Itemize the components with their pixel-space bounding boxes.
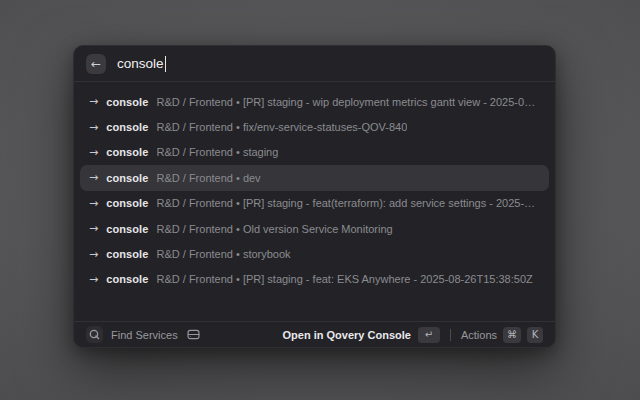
result-description: R&D / Frontend • [PR] staging - feat: EK… <box>157 273 533 285</box>
result-row[interactable]: → console R&D / Frontend • [PR] staging … <box>80 89 549 114</box>
result-name: console <box>106 248 148 260</box>
k-key-icon: K <box>527 327 543 343</box>
back-button[interactable]: ← <box>86 54 106 74</box>
open-in-console-button[interactable]: Open in Qovery Console ↵ <box>283 327 440 343</box>
footer-divider <box>450 329 451 341</box>
arrow-right-icon: → <box>89 249 98 260</box>
result-name: console <box>106 121 148 133</box>
result-name: console <box>106 146 148 158</box>
arrow-right-icon: → <box>89 122 98 133</box>
result-description: R&D / Frontend • fix/env-service-statuse… <box>157 121 408 133</box>
find-services-label: Find Services <box>111 329 178 341</box>
actions-button[interactable]: Actions ⌘ K <box>461 327 543 343</box>
arrow-right-icon: → <box>89 198 98 209</box>
search-query: console <box>117 56 164 71</box>
footer-bar: Find Services Open in Qovery Console ↵ A… <box>74 321 555 347</box>
result-name: console <box>106 172 148 184</box>
result-name: console <box>106 96 148 108</box>
arrow-right-icon: → <box>89 147 98 158</box>
result-row[interactable]: → console R&D / Frontend • dev <box>80 165 549 190</box>
result-name: console <box>106 223 148 235</box>
search-bar: ← console <box>74 46 555 82</box>
open-in-console-label: Open in Qovery Console <box>283 329 411 341</box>
result-row[interactable]: → console R&D / Frontend • [PR] staging … <box>80 191 549 216</box>
result-description: R&D / Frontend • [PR] staging - feat(ter… <box>157 197 541 209</box>
arrow-left-icon: ← <box>91 58 101 70</box>
command-key-icon: ⌘ <box>503 327 521 343</box>
command-palette-dialog: ← console → console R&D / Frontend • [PR… <box>73 45 556 348</box>
result-name: console <box>106 197 148 209</box>
arrow-right-icon: → <box>89 96 98 107</box>
actions-label: Actions <box>461 329 497 341</box>
result-row[interactable]: → console R&D / Frontend • [PR] staging … <box>80 267 549 292</box>
result-description: R&D / Frontend • storybook <box>157 248 291 260</box>
qovery-logo-icon <box>86 326 103 343</box>
search-input[interactable]: console <box>117 56 166 72</box>
arrow-right-icon: → <box>89 223 98 234</box>
results-list: → console R&D / Frontend • [PR] staging … <box>74 82 555 321</box>
result-row[interactable]: → console R&D / Frontend • fix/env-servi… <box>80 114 549 139</box>
result-row[interactable]: → console R&D / Frontend • storybook <box>80 241 549 266</box>
result-row[interactable]: → console R&D / Frontend • Old version S… <box>80 216 549 241</box>
arrow-right-icon: → <box>89 274 98 285</box>
result-description: R&D / Frontend • [PR] staging - wip depl… <box>157 96 541 108</box>
result-description: R&D / Frontend • dev <box>157 172 261 184</box>
result-name: console <box>106 273 148 285</box>
result-row[interactable]: → console R&D / Frontend • staging <box>80 140 549 165</box>
arrow-right-icon: → <box>89 172 98 183</box>
result-description: R&D / Frontend • Old version Service Mon… <box>157 223 393 235</box>
result-description: R&D / Frontend • staging <box>157 146 279 158</box>
hard-drive-icon <box>186 327 201 342</box>
text-caret <box>165 56 167 72</box>
enter-key-icon: ↵ <box>418 327 440 343</box>
